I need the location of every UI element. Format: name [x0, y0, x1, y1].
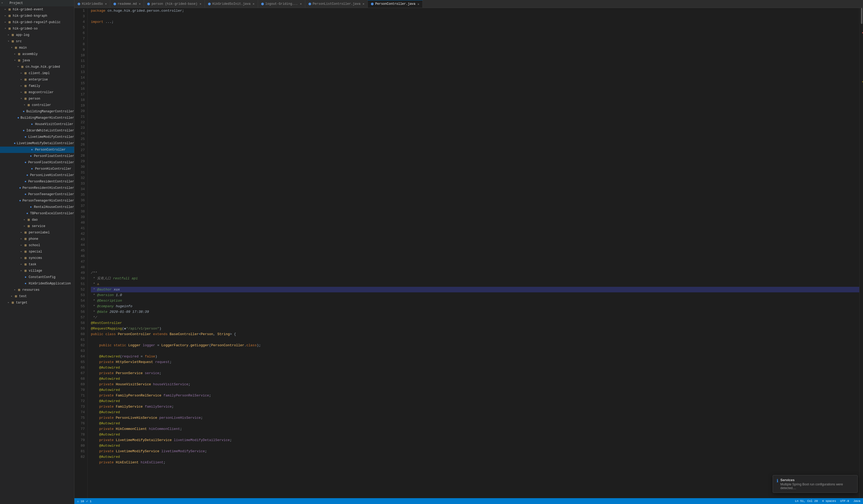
- folder-icon: ▤: [27, 218, 31, 222]
- line-number: 50: [74, 276, 85, 281]
- tree-item-java[interactable]: ▾ ▤ java: [0, 57, 74, 64]
- tree-item-special[interactable]: ▸ ▤ special: [0, 248, 74, 255]
- tree-item-HouseVisitController[interactable]: ● HouseVisitController: [0, 121, 74, 128]
- tabs-bar: HikGridedSo✕reademe.md✕person (hik-gride…: [74, 0, 863, 8]
- tab-close[interactable]: ✕: [139, 2, 141, 5]
- tree-item-cn.huge.hik.grided[interactable]: ▾ ▤ cn.huge.hik.grided: [0, 64, 74, 70]
- line-number: 26: [74, 142, 85, 147]
- tab-close[interactable]: ✕: [418, 2, 420, 6]
- tree-item-phone[interactable]: ▸ ▤ phone: [0, 236, 74, 242]
- code-line: @Autowired: [91, 443, 859, 449]
- tab-tab4[interactable]: HikGridedSoInit.java✕: [205, 0, 258, 8]
- tree-item-PersonResidentController[interactable]: ● PersonResidentController: [0, 179, 74, 185]
- code-line: [91, 30, 859, 36]
- tab-tab2[interactable]: reademe.md✕: [110, 0, 144, 8]
- code-line: * @company hugeinfo: [91, 303, 859, 309]
- root-icon: [4, 1, 9, 5]
- tree-item-personlabel[interactable]: ▸ ▤ personlabel: [0, 230, 74, 236]
- code-line: public static Logger logger = LoggerFact…: [91, 343, 859, 348]
- tree-label: dao: [32, 217, 74, 222]
- tab-close[interactable]: ✕: [200, 2, 201, 5]
- tree-label: HouseVisitController: [35, 121, 74, 127]
- tab-close[interactable]: ✕: [105, 2, 107, 5]
- tree-item-hik-grided-regself-public[interactable]: ▸ ▤ hik-grided-regself-public: [0, 19, 74, 26]
- tree-item-PersonHisController[interactable]: ● PersonHisController: [0, 166, 74, 172]
- line-number: 71: [74, 393, 85, 398]
- tree-item-dao[interactable]: ▸ ▤ dao: [0, 217, 74, 223]
- folder-icon: ▤: [23, 237, 28, 241]
- tree-label: PersonLiveHisController: [30, 172, 74, 178]
- tree-item-hik-grided-so[interactable]: ▾ ▤ hik-grided-so: [0, 26, 74, 32]
- tree-item-assembly[interactable]: ▸ ▤ assembly: [0, 51, 74, 57]
- file-icon: ●: [22, 129, 25, 133]
- tree-item-RentalHouseController[interactable]: ● RentalHouseController: [0, 204, 74, 210]
- tab-tab7[interactable]: PersonController.java✕: [368, 0, 423, 8]
- scrollbar-thumb[interactable]: [861, 8, 862, 24]
- file-icon: ●: [29, 154, 33, 158]
- tree-item-service[interactable]: ▸ ▤ service: [0, 223, 74, 230]
- tree-item-PersonFloatHisController[interactable]: ● PersonFloatHisController: [0, 159, 74, 166]
- tree-item-PersonController[interactable]: ● PersonController: [0, 146, 74, 153]
- tree-item-HikGridedSoApplication[interactable]: ● HikGridedSoApplication: [0, 281, 74, 287]
- tree-arrow: ▸: [19, 230, 23, 235]
- status-line-col: Ln 51, Col 20: [795, 500, 818, 503]
- tree-item-family[interactable]: ▸ ▤ family: [0, 83, 74, 89]
- tab-tab6[interactable]: PersonListController.java✕: [305, 0, 368, 8]
- tree-item-PersonResidentHisController[interactable]: ● PersonResidentHisController: [0, 185, 74, 191]
- file-icon: ●: [24, 192, 27, 196]
- editor-scrollbar[interactable]: [859, 8, 863, 498]
- tree-item-PersonTeenagerController[interactable]: ● PersonTeenagerController: [0, 191, 74, 197]
- tree-label: LivetimeModifyController: [28, 134, 74, 140]
- tree-label: app-log: [16, 33, 74, 38]
- tree-item-BuildingManagerController[interactable]: ● BuildingManagerController: [0, 108, 74, 115]
- code-line: private HikEsClient hikEsClient;: [91, 460, 859, 465]
- tab-close[interactable]: ✕: [300, 2, 302, 5]
- tree-label: PersonHisController: [35, 166, 74, 171]
- status-encoding: UTF-8: [840, 500, 849, 503]
- tree-item-task[interactable]: ▸ ▤ task: [0, 261, 74, 268]
- tree-item-msgcontroller[interactable]: ▸ ▤ msgcontroller: [0, 89, 74, 95]
- tab-close[interactable]: ✕: [253, 2, 254, 5]
- tab-close[interactable]: ✕: [363, 2, 364, 5]
- tree-item-PersonTeenagerHisController[interactable]: ● PersonTeenagerHisController: [0, 197, 74, 204]
- tree-item-TBPersonExcelController[interactable]: ● TBPersonExcelController: [0, 210, 74, 217]
- tree-item-LivetimeModifyDetailController[interactable]: ● LivetimeModifyDetailController: [0, 140, 74, 146]
- tree-item-village[interactable]: ▸ ▤ village: [0, 268, 74, 274]
- tab-tab5[interactable]: logout-Griding...✕: [258, 0, 305, 8]
- tree-item-main[interactable]: ▾ ▤ main: [0, 44, 74, 51]
- tree-arrow: ▸: [10, 294, 14, 299]
- tree-item-hik-grided-kngraph[interactable]: ▸ ▤ hik-grided-kngraph: [0, 13, 74, 19]
- tree-item-person[interactable]: ▾ ▤ person: [0, 95, 74, 102]
- tree-label: BuildingManagerController: [26, 109, 74, 114]
- tree-item-test[interactable]: ▸ ▤ test: [0, 293, 74, 299]
- tree-item-src[interactable]: ▾ ▤ src: [0, 38, 74, 44]
- tree-item-synccms[interactable]: ▸ ▤ synccms: [0, 255, 74, 261]
- tree-item-client.impl[interactable]: ▸ ▤ client.impl: [0, 70, 74, 77]
- tree-label: hik-grided-event: [13, 7, 74, 12]
- tree-item-enterprise[interactable]: ▸ ▤ enterprise: [0, 77, 74, 83]
- code-line: @Autowired: [91, 421, 859, 426]
- tree-item-controller[interactable]: ▾ ▤ controller: [0, 102, 74, 108]
- tree-item-ConstantConfig[interactable]: ● ConstantConfig: [0, 274, 74, 281]
- tree-item-project[interactable]: ▾ Project: [0, 0, 74, 7]
- tree-item-school[interactable]: ▸ ▤ school: [0, 242, 74, 248]
- line-number: 72: [74, 398, 85, 404]
- tree-item-target[interactable]: ▸ ▤ target: [0, 299, 74, 306]
- tree-item-resources[interactable]: ▸ ▤ resources: [0, 287, 74, 293]
- tree-item-app-log[interactable]: ▸ ▤ app-log: [0, 32, 74, 38]
- code-line: [91, 242, 859, 248]
- code-content[interactable]: package cn.huge.hik.grided.person.contro…: [88, 8, 859, 498]
- tree-item-PersonLiveHisController[interactable]: ● PersonLiveHisController: [0, 172, 74, 179]
- tree-item-PersonFloatController[interactable]: ● PersonFloatController: [0, 153, 74, 159]
- tab-tab1[interactable]: HikGridedSo✕: [74, 0, 110, 8]
- line-numbers: 1345678910111213141516171819202122232425…: [74, 8, 88, 498]
- tree-item-hik-grided-event[interactable]: ▸ ▤ hik-grided-event: [0, 7, 74, 13]
- tab-tab3[interactable]: person (hik-grided-base)✕: [144, 0, 204, 8]
- tree-label: person: [29, 96, 74, 101]
- tree-item-BuildingManagerHisController[interactable]: ● BuildingManagerHisController: [0, 115, 74, 121]
- tree-label: test: [19, 294, 74, 299]
- tree-label: family: [29, 83, 74, 89]
- folder-icon: ▤: [23, 243, 28, 247]
- tree-item-IdcardWhiteListController[interactable]: ● IdcardWhiteListController: [0, 128, 74, 134]
- tree-item-LivetimeModifyController[interactable]: ● LivetimeModifyController: [0, 134, 74, 140]
